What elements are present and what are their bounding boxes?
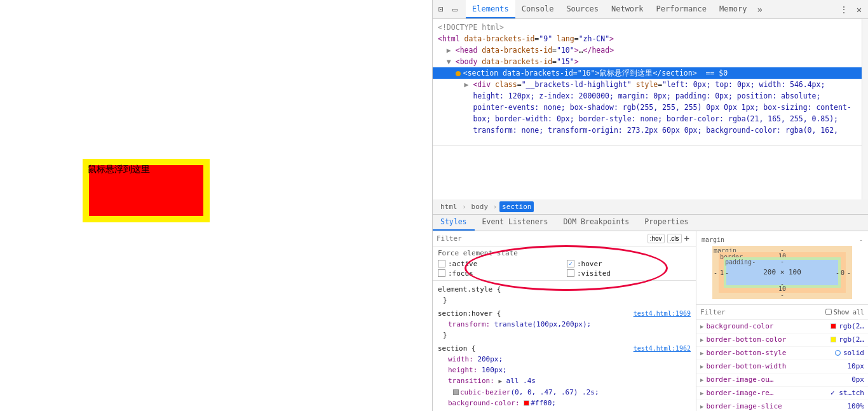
computed-panel: Show all ▶ background-color rgb(2… ▶ bor… — [696, 305, 868, 412]
hov-button[interactable]: :hov — [648, 234, 665, 243]
active-checkbox[interactable] — [438, 260, 445, 267]
visited-checkbox[interactable] — [567, 269, 574, 277]
computed-prop-name: border-bottom-style — [706, 348, 832, 358]
css-rules-area: element.style { } section:hover { test4.… — [433, 281, 696, 412]
computed-item-border-bottom-width[interactable]: ▶ border-bottom-width 10px — [696, 360, 868, 374]
section-hover-close: } — [438, 330, 691, 341]
dom-line-div-cont3: box; border-width: 0px; border-style: no… — [433, 113, 862, 125]
hover-checkbox[interactable] — [567, 260, 574, 267]
section-selector: section { test4.html:1962 — [438, 344, 691, 354]
computed-filter-input[interactable] — [700, 308, 825, 316]
tab-console[interactable]: Console — [515, 0, 560, 18]
tab-sources[interactable]: Sources — [560, 0, 605, 18]
add-style-button[interactable]: + — [682, 233, 692, 243]
computed-item-border-image-re[interactable]: ▶ border-image-re… ✓ st…tch — [696, 387, 868, 400]
tab-memory[interactable]: Memory — [713, 0, 753, 18]
hover-label: :hover — [577, 260, 602, 268]
circle-icon — [835, 350, 841, 356]
dom-line-html[interactable]: <html data-brackets-id="9" lang="zh-CN"> — [433, 33, 862, 44]
active-label: :active — [448, 260, 477, 268]
bm-content-size: 200 × 100 — [763, 268, 801, 276]
bm-padding-left: - — [725, 269, 729, 276]
css-rule-section: section { test4.html:1962 width: 200px; … — [433, 342, 696, 412]
breadcrumb-html[interactable]: html — [438, 201, 460, 212]
state-hover[interactable]: :hover — [567, 260, 691, 268]
section-label: 鼠标悬浮到这里 — [88, 164, 150, 175]
box-model-dash: - — [859, 236, 863, 243]
cls-button[interactable]: .cls — [667, 234, 682, 243]
bm-padding: padding- - - - 200 × 100 - — [724, 257, 841, 288]
css-rule-element-style: element.style { } — [433, 283, 696, 307]
dom-line-doctype[interactable]: <!DOCTYPE html> — [433, 22, 862, 33]
computed-item-border-image-slice[interactable]: ▶ border-image-slice 100% — [696, 400, 868, 412]
sub-tab-properties[interactable]: Properties — [637, 215, 696, 231]
bm-padding-top: - — [780, 258, 784, 265]
section-file-link[interactable]: test4.html:1962 — [634, 344, 691, 354]
css-rule-section-hover: section:hover { test4.html:1969 transfor… — [433, 307, 696, 342]
state-focus[interactable]: :focus — [438, 269, 562, 278]
show-all-label: Show all — [825, 309, 864, 316]
inspect-icon[interactable]: ⊡ — [435, 4, 447, 15]
arrow-icon: ▶ — [700, 361, 703, 372]
filter-input[interactable] — [437, 234, 648, 243]
bm-padding-right: - — [836, 269, 839, 276]
box-model-label: margin — [702, 236, 724, 243]
webpage-preview: 鼠标悬浮到这里 — [0, 0, 432, 411]
bm-margin: margin - - - border 10 10 10 padding — [712, 246, 852, 299]
computed-prop-name: border-image-ou… — [706, 375, 849, 385]
filter-bar: :hov .cls + — [433, 231, 696, 246]
state-visited[interactable]: :visited — [567, 269, 691, 278]
tab-network[interactable]: Network — [605, 0, 650, 18]
more-tabs-button[interactable]: » — [753, 0, 766, 18]
sub-tab-styles[interactable]: Styles — [433, 215, 475, 231]
color-swatch-icon — [831, 323, 836, 329]
arrow-icon: ▶ — [700, 375, 703, 385]
sub-tab-dom-breakpoints[interactable]: DOM Breakpoints — [555, 215, 637, 231]
breadcrumb-body[interactable]: body — [469, 201, 491, 212]
computed-item-border-image-ou[interactable]: ▶ border-image-ou… 0px — [696, 374, 868, 387]
bm-margin-left: - — [714, 269, 717, 276]
computed-prop-val: 0px — [851, 375, 864, 385]
dom-line-body[interactable]: ▼ <body data-brackets-id="15"> — [433, 56, 862, 67]
element-style-selector: element.style { — [438, 285, 691, 295]
dom-line-div-cont2: pointer-events: none; box-shadow: rgb(25… — [433, 102, 862, 113]
arrow-icon: ▶ — [700, 321, 703, 332]
computed-item-border-bottom-color[interactable]: ▶ border-bottom-color rgb(2… — [696, 334, 868, 347]
sub-tabs: Styles Event Listeners DOM Breakpoints P… — [433, 215, 868, 231]
css-prop-bezier: cubic-bezier(0, 0, .47, .67) .2s; — [438, 387, 691, 398]
computed-prop-val: 10px — [848, 361, 865, 372]
computed-prop-name: border-bottom-width — [706, 361, 844, 372]
show-all-checkbox[interactable] — [825, 309, 832, 315]
main-content: :hov .cls + Force element state :active — [433, 231, 868, 412]
element-style-close: } — [438, 295, 691, 306]
breadcrumb-section[interactable]: section — [499, 201, 534, 212]
filter-buttons: :hov .cls — [648, 234, 682, 243]
settings-icon[interactable]: ⋮ — [837, 3, 850, 16]
close-icon[interactable]: ✕ — [853, 3, 865, 16]
computed-item-border-bottom-style[interactable]: ▶ border-bottom-style solid — [696, 347, 868, 360]
section-hover-file-link[interactable]: test4.html:1969 — [634, 309, 691, 319]
dom-line-div[interactable]: ▶ <div class="__brackets-ld-highlight" s… — [433, 79, 862, 90]
computed-prop-val: 100% — [848, 401, 865, 412]
tab-elements[interactable]: Elements — [466, 0, 515, 18]
box-model-container: margin - - - border 10 10 10 padding — [712, 246, 852, 299]
computed-prop-val: ✓ st…tch — [831, 388, 864, 398]
dom-area: <!DOCTYPE html> <html data-brackets-id="… — [433, 19, 862, 146]
tab-performance[interactable]: Performance — [650, 0, 713, 18]
computed-prop-name: border-image-re… — [706, 388, 828, 398]
section-hover-selector: section:hover { test4.html:1969 — [438, 309, 691, 319]
computed-item-background-color[interactable]: ▶ background-color rgb(2… — [696, 320, 868, 334]
dom-line-head[interactable]: ▶ <head data-brackets-id="10">…</head> — [433, 44, 862, 56]
dom-line-div-cont4: transform: none; transform-origin: 273.2… — [433, 125, 862, 136]
breadcrumb: html › body › section — [433, 199, 868, 215]
bm-padding-label: padding- — [725, 259, 756, 266]
device-icon[interactable]: ▭ — [449, 4, 461, 15]
dom-line-section[interactable]: <section data-brackets-id="16">鼠标悬浮到这里</… — [433, 67, 862, 79]
sub-tab-event-listeners[interactable]: Event Listeners — [475, 215, 556, 231]
dom-scrollbar[interactable] — [862, 19, 868, 199]
state-active[interactable]: :active — [438, 260, 562, 268]
bm-margin-bottom: - — [780, 292, 784, 299]
focus-checkbox[interactable] — [438, 269, 445, 277]
computed-prop-name: border-image-slice — [706, 401, 844, 412]
css-prop-width: width: 200px; — [438, 354, 691, 365]
